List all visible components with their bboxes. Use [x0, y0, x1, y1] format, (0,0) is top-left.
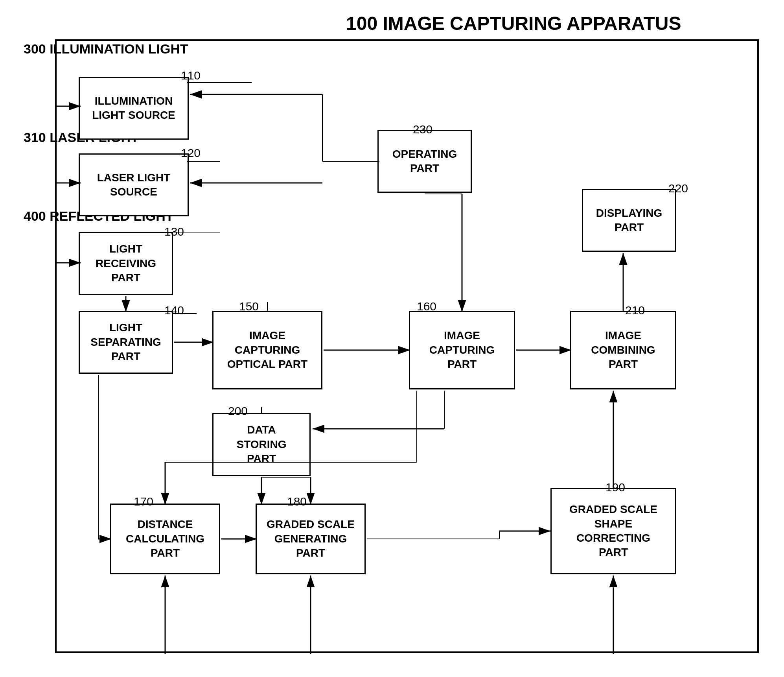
image-combining-part-box: IMAGE COMBINING PART: [570, 311, 676, 389]
data-storing-part-box: DATA STORING PART: [212, 413, 311, 476]
num-160: 160: [417, 300, 436, 313]
distance-calculating-box: DISTANCE CALCULATING PART: [110, 504, 220, 574]
light-receiving-part-label: LIGHT RECEIVING PART: [96, 242, 156, 285]
main-title: 100 IMAGE CAPTURING APPARATUS: [346, 13, 681, 34]
num-180: 180: [287, 495, 307, 508]
graded-scale-shape-box: GRADED SCALE SHAPE CORRECTING PART: [550, 488, 676, 574]
operating-part-box: OPERATING PART: [377, 130, 472, 193]
operating-part-label: OPERATING PART: [392, 147, 457, 176]
graded-scale-shape-label: GRADED SCALE SHAPE CORRECTING PART: [569, 502, 657, 560]
displaying-part-label: DISPLAYING PART: [596, 206, 663, 235]
distance-calculating-label: DISTANCE CALCULATING PART: [126, 517, 204, 560]
displaying-part-box: DISPLAYING PART: [582, 189, 676, 252]
graded-scale-generating-label: GRADED SCALE GENERATING PART: [267, 517, 355, 560]
num-190: 190: [605, 481, 625, 494]
image-capturing-optical-box: IMAGE CAPTURING OPTICAL PART: [212, 311, 322, 389]
diagram-container: 100 IMAGE CAPTURING APPARATUS 300 ILLUMI…: [0, 0, 784, 677]
graded-scale-generating-box: GRADED SCALE GENERATING PART: [256, 504, 366, 574]
num-170: 170: [134, 495, 153, 508]
laser-light-source-box: LASER LIGHT SOURCE: [79, 153, 189, 216]
image-capturing-part-box: IMAGE CAPTURING PART: [409, 311, 515, 389]
num-230: 230: [413, 123, 432, 136]
image-combining-part-label: IMAGE COMBINING PART: [591, 328, 655, 371]
num-140: 140: [164, 304, 184, 317]
illumination-light-source-label: ILLUMINATION LIGHT SOURCE: [92, 94, 175, 123]
num-130: 130: [164, 225, 184, 238]
num-110: 110: [181, 69, 201, 82]
num-210: 210: [625, 304, 645, 317]
image-capturing-optical-label: IMAGE CAPTURING OPTICAL PART: [227, 328, 307, 371]
light-receiving-part-box: LIGHT RECEIVING PART: [79, 232, 173, 295]
num-120: 120: [181, 146, 201, 160]
num-150: 150: [239, 300, 259, 313]
num-220: 220: [668, 182, 688, 195]
image-capturing-part-label: IMAGE CAPTURING PART: [429, 328, 495, 371]
num-200: 200: [228, 404, 248, 418]
data-storing-part-label: DATA STORING PART: [236, 423, 286, 466]
illumination-light-source-box: ILLUMINATION LIGHT SOURCE: [79, 77, 189, 140]
light-separating-part-label: LIGHT SEPARATING PART: [90, 321, 161, 363]
laser-light-source-label: LASER LIGHT SOURCE: [97, 171, 171, 199]
light-separating-part-box: LIGHT SEPARATING PART: [79, 311, 173, 374]
